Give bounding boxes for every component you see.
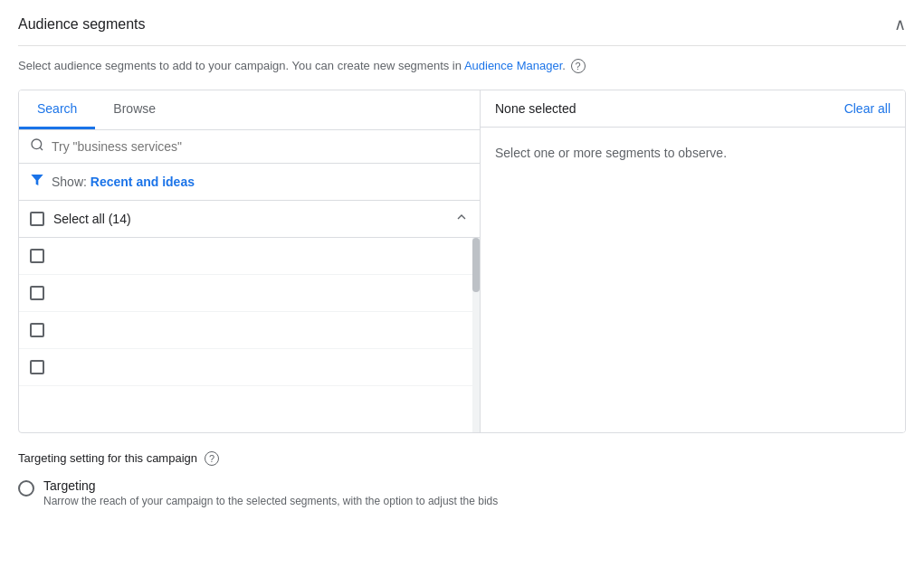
filter-value[interactable]: Recent and ideas <box>90 175 195 189</box>
filter-row: Show: Recent and ideas <box>19 164 480 201</box>
targeting-label: Targeting <box>43 478 498 493</box>
collapse-icon[interactable]: ∧ <box>894 14 906 34</box>
targeting-option-content: Targeting Narrow the reach of your campa… <box>43 478 498 507</box>
svg-line-1 <box>40 147 43 150</box>
search-icon <box>30 137 44 156</box>
search-input[interactable] <box>52 139 469 154</box>
select-all-left: Select all (14) <box>30 212 131 226</box>
description-suffix: . <box>562 59 566 72</box>
panel-title: Audience segments <box>18 16 146 33</box>
left-panel: Search Browse <box>19 90 481 432</box>
search-box <box>19 130 480 164</box>
scrollbar-track <box>472 238 480 432</box>
targeting-help-icon[interactable]: ? <box>205 451 219 466</box>
scrollbar-thumb[interactable] <box>472 238 480 292</box>
targeting-description: Narrow the reach of your campaign to the… <box>43 495 498 507</box>
chevron-up-icon[interactable] <box>454 210 469 228</box>
none-selected-label: None selected <box>495 101 576 116</box>
targeting-option: Targeting Narrow the reach of your campa… <box>18 478 906 507</box>
list-item[interactable] <box>19 312 480 349</box>
item-checkbox-4[interactable] <box>30 360 44 374</box>
select-all-row: Select all (14) <box>19 201 480 238</box>
right-empty-message: Select one or more segments to observe. <box>481 128 905 432</box>
description-text: Select audience segments to add to your … <box>18 59 464 72</box>
description: Select audience segments to add to your … <box>18 57 906 75</box>
clear-all-button[interactable]: Clear all <box>844 101 891 116</box>
filter-icon <box>30 173 44 191</box>
item-checkbox-2[interactable] <box>30 286 44 300</box>
right-panel: None selected Clear all Select one or mo… <box>481 90 905 432</box>
list-item[interactable] <box>19 349 480 386</box>
footer: Targeting setting for this campaign ? Ta… <box>18 451 906 507</box>
audience-manager-link[interactable]: Audience Manager <box>464 59 562 72</box>
select-all-label: Select all (14) <box>53 212 131 226</box>
svg-point-0 <box>32 139 42 149</box>
main-content: Search Browse <box>18 90 906 433</box>
item-checkbox-1[interactable] <box>30 249 44 263</box>
tab-browse[interactable]: Browse <box>95 90 174 129</box>
list-item[interactable] <box>19 238 480 275</box>
filter-prefix: Show: <box>52 175 90 189</box>
filter-label: Show: Recent and ideas <box>52 175 195 189</box>
svg-marker-2 <box>31 175 43 185</box>
list-items <box>19 238 480 432</box>
select-all-checkbox[interactable] <box>30 212 44 226</box>
tab-search[interactable]: Search <box>19 90 95 129</box>
item-checkbox-3[interactable] <box>30 323 44 337</box>
panel-header: Audience segments ∧ <box>18 14 906 46</box>
targeting-section-title: Targeting setting for this campaign ? <box>18 451 906 466</box>
right-panel-header: None selected Clear all <box>481 90 905 128</box>
tabs-container: Search Browse <box>19 90 480 130</box>
targeting-radio[interactable] <box>18 480 34 497</box>
description-help-icon[interactable]: ? <box>571 59 586 73</box>
list-item[interactable] <box>19 275 480 312</box>
